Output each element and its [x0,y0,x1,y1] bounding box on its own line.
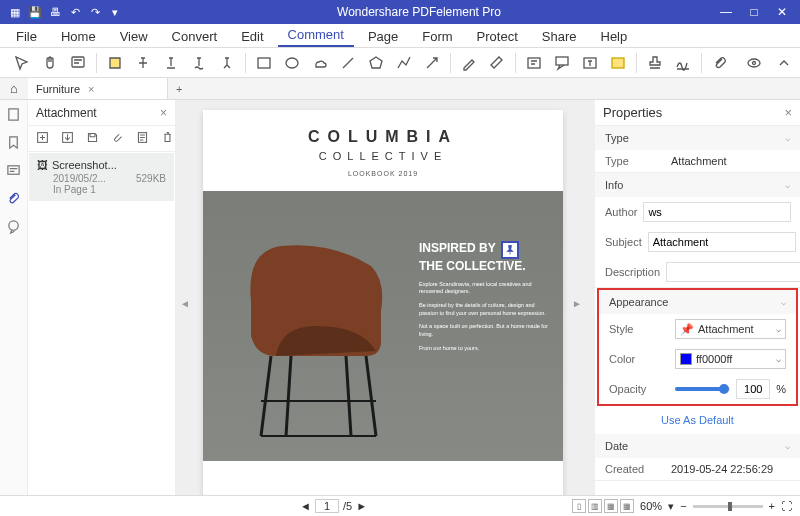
squiggly-icon[interactable] [191,55,207,71]
maximize-button[interactable]: □ [746,5,762,19]
view-facing-cont-icon[interactable]: ▦ [620,499,634,513]
scroll-right-icon[interactable]: ► [572,298,586,312]
description-input[interactable] [666,262,800,282]
qat-dropdown-icon[interactable]: ▾ [108,5,122,19]
annotations-icon[interactable] [6,162,22,178]
use-as-default-button[interactable]: Use As Default [595,406,800,434]
line-icon[interactable] [340,55,356,71]
author-input[interactable] [643,202,791,222]
thumbnails-icon[interactable] [6,106,22,122]
desc-attachment-icon[interactable] [136,131,149,147]
zoom-dropdown-icon[interactable]: ▾ [668,500,674,513]
body-3: Not a space built on perfection. But a h… [419,323,549,338]
view-continuous-icon[interactable]: ▥ [588,499,602,513]
close-button[interactable]: ✕ [774,5,790,19]
minimize-button[interactable]: — [718,5,734,19]
menu-form[interactable]: Form [412,26,462,47]
next-page-icon[interactable]: ► [356,500,367,512]
open-attachment-icon[interactable] [61,131,74,147]
underline-icon[interactable] [163,55,179,71]
svg-point-7 [748,59,760,67]
section-appearance-header[interactable]: Appearance⌵ [599,290,796,314]
select-tool-icon[interactable] [14,55,30,71]
view-single-icon[interactable]: ▯ [572,499,586,513]
prev-page-icon[interactable]: ◄ [300,500,311,512]
document-tab[interactable]: Furniture × [28,78,168,99]
redo-icon[interactable]: ↷ [88,5,102,19]
section-type-header[interactable]: Type⌵ [595,126,800,150]
link-attachment-icon[interactable] [111,131,124,147]
color-select[interactable]: ff0000ff⌵ [675,349,786,369]
oval-icon[interactable] [284,55,300,71]
strikethrough-icon[interactable] [135,55,151,71]
view-facing-icon[interactable]: ▦ [604,499,618,513]
attachments-rail-icon[interactable] [6,190,22,206]
highlight-icon[interactable] [107,55,123,71]
show-comments-icon[interactable] [746,55,762,71]
opacity-input[interactable] [736,379,770,399]
text-box-icon[interactable] [526,55,542,71]
menu-home[interactable]: Home [51,26,106,47]
status-bar: ◄ 1 /5 ► ▯ ▥ ▦ ▦ 60% ▾ − + ⛶ [0,495,800,516]
hero-image: INSPIRED BY THE COLLECTIVE. Explore Scan… [203,191,563,461]
section-date-header[interactable]: Date⌵ [595,434,800,458]
bookmarks-icon[interactable] [6,134,22,150]
page-number-input[interactable]: 1 [315,499,339,513]
typewriter-icon[interactable] [582,55,598,71]
add-attachment-icon[interactable] [36,131,49,147]
pencil-icon[interactable] [461,55,477,71]
zoom-in-icon[interactable]: + [769,500,775,512]
menu-file[interactable]: File [6,26,47,47]
save-icon[interactable]: 💾 [28,5,42,19]
style-select[interactable]: 📌Attachment⌵ [675,319,786,339]
undo-icon[interactable]: ↶ [68,5,82,19]
note-icon[interactable] [70,55,86,71]
menu-page[interactable]: Page [358,26,408,47]
polygon-icon[interactable] [368,55,384,71]
attachment-icon[interactable] [712,55,728,71]
eraser-icon[interactable] [489,55,505,71]
canvas[interactable]: ◄ COLUMBIA COLLECTIVE LOOKBOOK 2019 INSP… [176,100,590,495]
comments-list-icon[interactable] [6,218,22,234]
menu-edit[interactable]: Edit [231,26,273,47]
zoom-out-icon[interactable]: − [680,500,686,512]
signature-icon[interactable] [675,55,691,71]
attachment-date: 2019/05/2... [53,173,106,184]
delete-attachment-icon[interactable] [161,131,174,147]
home-tab-icon[interactable]: ⌂ [0,81,28,96]
new-tab-button[interactable]: + [168,83,190,95]
attachment-pin-icon[interactable] [501,241,519,259]
menu-view[interactable]: View [110,26,158,47]
menu-share[interactable]: Share [532,26,587,47]
section-info-header[interactable]: Info⌵ [595,173,800,197]
rectangle-icon[interactable] [256,55,272,71]
ribbon-collapse-icon[interactable] [776,55,792,71]
svg-rect-3 [528,58,540,68]
area-highlight-icon[interactable] [610,55,626,71]
fullscreen-icon[interactable]: ⛶ [781,500,792,512]
print-icon[interactable]: 🖶 [48,5,62,19]
menu-comment[interactable]: Comment [278,24,354,47]
cloud-icon[interactable] [312,55,328,71]
scroll-left-icon[interactable]: ◄ [180,298,194,312]
menu-help[interactable]: Help [591,26,638,47]
attachment-item[interactable]: 🖼Screenshot... 2019/05/2...529KB In Page… [29,153,174,201]
caret-icon[interactable] [219,55,235,71]
arrow-icon[interactable] [424,55,440,71]
zoom-slider[interactable] [693,505,763,508]
callout-icon[interactable] [554,55,570,71]
chevron-down-icon: ⌵ [776,354,781,364]
close-tab-icon[interactable]: × [88,83,94,95]
headline-1: INSPIRED BY [419,241,495,255]
menu-protect[interactable]: Protect [467,26,528,47]
save-attachment-icon[interactable] [86,131,99,147]
subject-input[interactable] [648,232,796,252]
hand-tool-icon[interactable] [42,55,58,71]
polyline-icon[interactable] [396,55,412,71]
close-panel-icon[interactable]: × [160,106,167,120]
close-properties-icon[interactable]: × [784,105,792,120]
opacity-slider[interactable] [675,387,730,391]
color-label: Color [609,353,669,365]
menu-convert[interactable]: Convert [162,26,228,47]
stamp-icon[interactable] [647,55,663,71]
